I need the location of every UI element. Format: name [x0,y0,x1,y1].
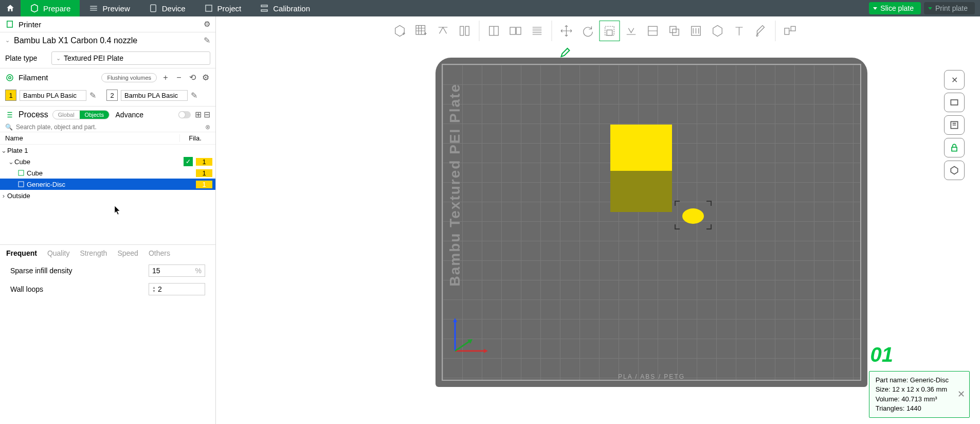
tree-label: Outside [7,192,215,200]
cut-tool[interactable] [643,21,663,41]
device-icon [149,4,158,13]
assembly-view-button[interactable] [780,21,801,41]
caret-icon[interactable]: ⌄ [0,147,7,154]
edit-printer-button[interactable]: ✎ [204,36,210,45]
tree-row-outside[interactable]: › Outside [0,190,215,201]
rotate-tool[interactable] [578,21,598,41]
objects-pill[interactable]: Objects [80,111,109,119]
tab-calibration[interactable]: Calibration [250,0,319,16]
filament-swatch-2[interactable]: 2 [106,90,118,101]
orient-button[interactable] [455,21,475,41]
plate-material-label: PLA / ABS / PETG [618,373,685,380]
close-info-button[interactable]: ✕ [957,388,965,401]
filament-name-2[interactable]: Bambu PLA Basic [121,90,188,101]
edit-filament-2-button[interactable]: ✎ [191,91,197,100]
tab-frequent[interactable]: Frequent [6,249,37,257]
plate-extra-button[interactable] [944,161,965,180]
visibility-checkbox[interactable]: ✓ [184,157,193,166]
home-button[interactable] [0,4,21,13]
lock-plate-button[interactable] [944,138,965,157]
support-paint-tool[interactable] [686,21,706,41]
split-object-button[interactable] [484,21,504,41]
remove-filament-button[interactable]: − [174,73,184,82]
filament-name-1[interactable]: Bambu PLA Basic [20,90,86,101]
tab-preview[interactable]: Preview [80,0,139,16]
advance-toggle[interactable] [178,111,191,118]
caret-icon[interactable]: › [0,192,7,200]
plate-grid [442,64,861,381]
print-plate-button[interactable]: Print plate [924,2,975,14]
cube-object[interactable] [610,125,672,212]
tree-row-cube-part[interactable]: Cube 1 [0,167,215,179]
plate-settings-button[interactable] [944,93,965,112]
filament-cell[interactable]: 1 [196,158,212,166]
svg-rect-16 [670,26,676,32]
sync-filament-button[interactable]: ⟲ [188,73,197,82]
tab-project[interactable]: Project [195,0,251,16]
tree-row-cube[interactable]: ⌄ Cube ✓ 1 [0,156,215,167]
edit-filament-1-button[interactable]: ✎ [89,91,96,100]
axis-gizmo[interactable] [450,315,481,346]
split-part-button[interactable] [505,21,526,41]
svg-marker-30 [951,167,957,174]
filament-settings-button[interactable]: ⚙ [201,73,210,82]
svg-marker-24 [484,349,488,353]
slice-plate-button[interactable]: Slice plate [869,2,921,14]
tab-prepare[interactable]: Prepare [21,0,80,16]
filament-swatch-1[interactable]: 1 [5,90,16,101]
svg-rect-14 [607,30,612,36]
filament-cell[interactable]: 1 [196,181,212,188]
chevron-down-icon: ⌄ [56,55,61,62]
info-line: Volume: 40.713 mm³ [876,395,949,404]
layers-button[interactable] [527,21,548,41]
svg-rect-9 [465,26,469,36]
tree-header: Name Fila. [0,132,215,145]
compare-button[interactable]: ⊞ [195,110,202,119]
add-primitive-button[interactable] [411,21,432,41]
tab-strength[interactable]: Strength [80,249,107,257]
search-input[interactable] [16,123,202,131]
color-paint-tool[interactable] [751,21,771,41]
printer-select[interactable]: ⌄ Bambu Lab X1 Carbon 0.4 nozzle ✎ [0,32,215,48]
add-filament-button[interactable]: + [161,73,170,82]
chevron-down-icon [928,7,932,10]
tab-speed[interactable]: Speed [117,249,138,257]
printer-settings-button[interactable]: ⚙ [204,20,210,29]
plate-type-select[interactable]: ⌄ Textured PEI Plate [51,51,210,65]
plate-type-label: Plate type [5,54,46,62]
tree-row-plate[interactable]: ⌄ Plate 1 [0,145,215,156]
preview-icon [89,4,98,13]
scale-tool[interactable] [600,21,620,41]
tree-row-disc[interactable]: Generic-Disc 1 [0,179,215,190]
caret-icon[interactable]: ⌄ [7,158,14,166]
tab-others[interactable]: Others [149,249,170,257]
tab-device[interactable]: Device [139,0,195,16]
seam-paint-tool[interactable] [707,21,728,41]
tree-label: Generic-Disc [27,181,196,188]
mesh-boolean-tool[interactable] [664,21,685,41]
viewport-3d[interactable]: Bambu Textured PEI Plate [216,16,980,424]
arrange-button[interactable] [433,21,453,41]
wall-loops-row: Wall loops ▲▼ [0,280,215,424]
flushing-volumes-button[interactable]: Flushing volumes [101,73,157,82]
part-info-box: Part name: Generic-Disc Size: 12 x 12 x … [869,371,970,418]
lay-flat-tool[interactable] [621,21,642,41]
close-plate-button[interactable]: ✕ [944,70,965,90]
process-mode-toggle[interactable]: Global Objects [52,110,110,119]
global-pill[interactable]: Global [53,111,80,119]
tab-quality[interactable]: Quality [47,249,70,257]
infill-density-input[interactable] [152,267,183,275]
plate-brand-label: Bambu Textured PEI Plate [447,83,463,286]
svg-rect-17 [673,29,679,36]
filament-cell[interactable]: 1 [196,169,212,177]
wall-loops-input[interactable] [158,285,189,293]
cube-front-face [610,171,672,212]
collapse-button[interactable]: ⊟ [204,110,210,119]
text-tool[interactable] [729,21,750,41]
plate-info-button[interactable] [944,115,965,135]
spinner-icon[interactable]: ▲▼ [152,286,156,293]
add-plate-button[interactable] [390,21,410,41]
object-tree: ⌄ Plate 1 ⌄ Cube ✓ 1 Cube 1 Generic-Disc [0,145,215,201]
move-tool[interactable] [556,21,577,41]
clear-search-button[interactable]: ⊗ [205,123,210,131]
